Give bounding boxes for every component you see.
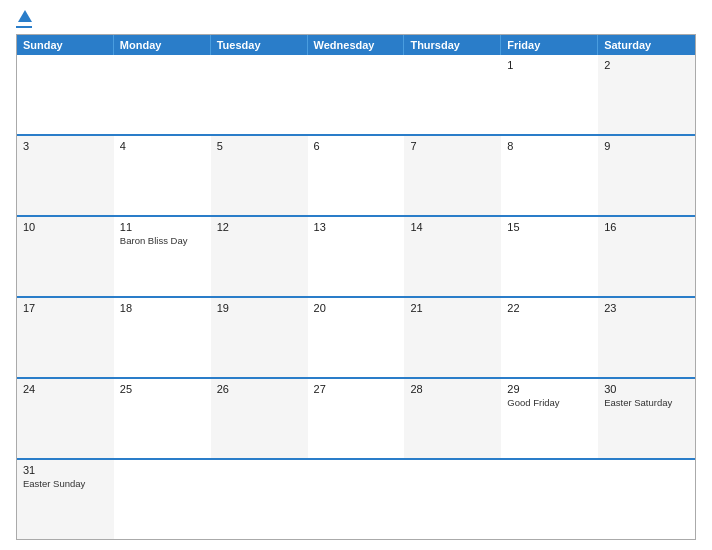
day-cell: [308, 55, 405, 134]
day-cell: 1: [501, 55, 598, 134]
day-number: 21: [410, 302, 495, 314]
day-header-monday: Monday: [114, 35, 211, 55]
day-number: 9: [604, 140, 689, 152]
day-cell: 15: [501, 217, 598, 296]
calendar-grid: SundayMondayTuesdayWednesdayThursdayFrid…: [16, 34, 696, 540]
day-number: 7: [410, 140, 495, 152]
day-cell: 23: [598, 298, 695, 377]
day-cell: 9: [598, 136, 695, 215]
day-cell: [308, 460, 405, 539]
day-cell: 16: [598, 217, 695, 296]
day-number: 29: [507, 383, 592, 395]
day-event: Baron Bliss Day: [120, 235, 205, 247]
day-cell: 14: [404, 217, 501, 296]
day-number: 10: [23, 221, 108, 233]
day-header-tuesday: Tuesday: [211, 35, 308, 55]
day-number: 19: [217, 302, 302, 314]
day-cell: [211, 55, 308, 134]
day-number: 1: [507, 59, 592, 71]
day-cell: 12: [211, 217, 308, 296]
day-cell: [598, 460, 695, 539]
day-number: 22: [507, 302, 592, 314]
day-number: 8: [507, 140, 592, 152]
day-number: 15: [507, 221, 592, 233]
day-header-wednesday: Wednesday: [308, 35, 405, 55]
week-row-6: 31Easter Sunday: [17, 458, 695, 539]
day-cell: 8: [501, 136, 598, 215]
week-row-5: 242526272829Good Friday30Easter Saturday: [17, 377, 695, 458]
weeks-container: 1234567891011Baron Bliss Day121314151617…: [17, 55, 695, 539]
day-cell: 4: [114, 136, 211, 215]
day-header-sunday: Sunday: [17, 35, 114, 55]
logo-triangle-icon: [18, 10, 32, 22]
day-cell: 13: [308, 217, 405, 296]
day-cell: 30Easter Saturday: [598, 379, 695, 458]
day-cell: [114, 460, 211, 539]
day-number: 16: [604, 221, 689, 233]
day-cell: 26: [211, 379, 308, 458]
day-cell: 17: [17, 298, 114, 377]
day-cell: 20: [308, 298, 405, 377]
day-number: 12: [217, 221, 302, 233]
day-number: 3: [23, 140, 108, 152]
day-cell: 11Baron Bliss Day: [114, 217, 211, 296]
day-headers-row: SundayMondayTuesdayWednesdayThursdayFrid…: [17, 35, 695, 55]
day-cell: [501, 460, 598, 539]
day-header-thursday: Thursday: [404, 35, 501, 55]
day-cell: [404, 55, 501, 134]
day-number: 27: [314, 383, 399, 395]
day-number: 24: [23, 383, 108, 395]
day-cell: 5: [211, 136, 308, 215]
day-cell: 25: [114, 379, 211, 458]
day-cell: 27: [308, 379, 405, 458]
day-cell: 18: [114, 298, 211, 377]
day-number: 31: [23, 464, 108, 476]
day-cell: 21: [404, 298, 501, 377]
day-cell: 31Easter Sunday: [17, 460, 114, 539]
logo: [16, 10, 32, 28]
day-number: 30: [604, 383, 689, 395]
day-event: Easter Saturday: [604, 397, 689, 409]
page-header: [16, 10, 696, 28]
day-number: 4: [120, 140, 205, 152]
day-number: 20: [314, 302, 399, 314]
day-cell: 19: [211, 298, 308, 377]
week-row-1: 12: [17, 55, 695, 134]
day-header-saturday: Saturday: [598, 35, 695, 55]
day-cell: 22: [501, 298, 598, 377]
day-number: 2: [604, 59, 689, 71]
day-cell: 6: [308, 136, 405, 215]
logo-underline: [16, 26, 32, 28]
day-cell: [211, 460, 308, 539]
day-number: 14: [410, 221, 495, 233]
day-number: 13: [314, 221, 399, 233]
day-number: 23: [604, 302, 689, 314]
calendar-page: SundayMondayTuesdayWednesdayThursdayFrid…: [0, 0, 712, 550]
week-row-3: 1011Baron Bliss Day1213141516: [17, 215, 695, 296]
day-cell: [17, 55, 114, 134]
day-number: 17: [23, 302, 108, 314]
day-header-friday: Friday: [501, 35, 598, 55]
day-number: 6: [314, 140, 399, 152]
week-row-2: 3456789: [17, 134, 695, 215]
day-cell: 28: [404, 379, 501, 458]
day-cell: 24: [17, 379, 114, 458]
day-cell: 29Good Friday: [501, 379, 598, 458]
day-number: 18: [120, 302, 205, 314]
day-number: 11: [120, 221, 205, 233]
day-event: Good Friday: [507, 397, 592, 409]
week-row-4: 17181920212223: [17, 296, 695, 377]
day-cell: 3: [17, 136, 114, 215]
day-cell: 10: [17, 217, 114, 296]
day-cell: [114, 55, 211, 134]
day-cell: 7: [404, 136, 501, 215]
day-number: 25: [120, 383, 205, 395]
day-event: Easter Sunday: [23, 478, 108, 490]
day-number: 5: [217, 140, 302, 152]
day-number: 26: [217, 383, 302, 395]
day-number: 28: [410, 383, 495, 395]
day-cell: [404, 460, 501, 539]
day-cell: 2: [598, 55, 695, 134]
